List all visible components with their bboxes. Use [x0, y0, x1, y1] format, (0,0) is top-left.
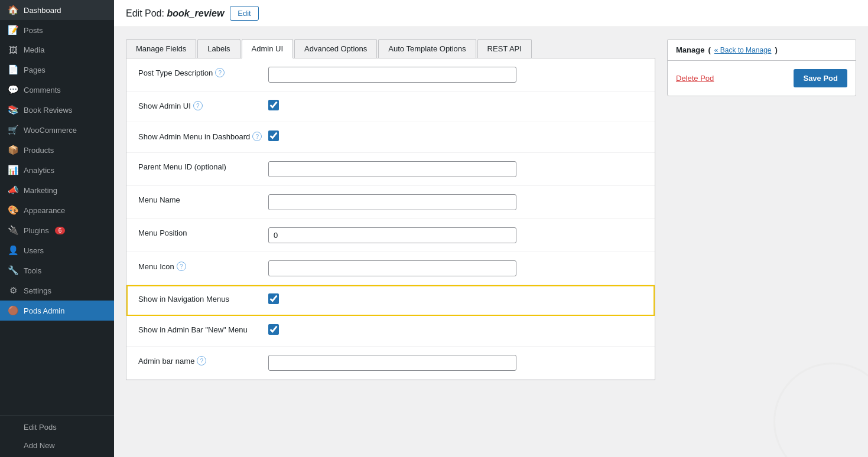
- form-panel: Post Type Description?Show Admin UI?Show…: [126, 58, 655, 380]
- sidebar-item-users[interactable]: 👤 Users: [0, 240, 114, 260]
- sidebar-footer-add-new-label: Add New: [24, 441, 55, 450]
- checkbox-show-admin-menu-in-dashboard[interactable]: [268, 130, 279, 141]
- form-row-show-admin-menu-in-dashboard: Show Admin Menu in Dashboard?: [126, 122, 655, 153]
- sidebar-item-posts[interactable]: 📝 Posts: [0, 20, 114, 40]
- sidebar-label-media: Media: [24, 45, 44, 54]
- tab-rest-api[interactable]: REST API: [477, 39, 532, 58]
- edit-button[interactable]: Edit: [230, 6, 258, 21]
- save-pod-button[interactable]: Save Pod: [794, 69, 847, 87]
- sidebar-footer-add-new[interactable]: Add New: [0, 436, 114, 455]
- checkbox-show-in-admin-bar-new-menu[interactable]: [268, 324, 279, 335]
- sidebar-label-pods-admin: Pods Admin: [24, 306, 64, 315]
- sidebar-footer-edit-pods[interactable]: Edit Pods: [0, 418, 114, 436]
- side-panel: Manage (« Back to Manage) Delete Pod Sav…: [667, 39, 856, 445]
- form-label-parent-menu-id: Parent Menu ID (optional): [138, 161, 268, 171]
- form-row-menu-position: Menu Position: [126, 219, 655, 252]
- sidebar-item-book-reviews[interactable]: 📚 Book Reviews: [0, 100, 114, 120]
- sidebar-label-book-reviews: Book Reviews: [24, 106, 72, 115]
- comments-icon: 💬: [7, 84, 19, 95]
- sidebar: 🏠 Dashboard 📝 Posts 🖼 Media 📄 Pages 💬 Co…: [0, 0, 114, 457]
- marketing-icon: 📣: [7, 185, 19, 195]
- form-row-show-in-admin-bar-new-menu: Show in Admin Bar "New" Menu: [126, 316, 655, 347]
- sidebar-item-pages[interactable]: 📄 Pages: [0, 60, 114, 80]
- form-label-admin-bar-name: Admin bar name?: [138, 355, 268, 365]
- sidebar-item-plugins[interactable]: 🔌 Plugins 6: [0, 220, 114, 240]
- manage-box: Manage (« Back to Manage) Delete Pod Sav…: [667, 39, 856, 96]
- sidebar-item-woocommerce[interactable]: 🛒 WooCommerce: [0, 120, 114, 140]
- sidebar-label-users: Users: [24, 246, 44, 255]
- sidebar-item-products[interactable]: 📦 Products: [0, 140, 114, 160]
- sidebar-item-settings[interactable]: ⚙ Settings: [0, 280, 114, 301]
- pod-name: book_review: [167, 8, 224, 18]
- products-icon: 📦: [7, 145, 19, 155]
- tab-auto-template-options[interactable]: Auto Template Options: [378, 39, 476, 58]
- form-row-show-in-navigation-menus: Show in Navigation Menus: [126, 285, 655, 316]
- form-label-show-admin-ui: Show Admin UI?: [138, 100, 268, 110]
- form-label-show-admin-menu-in-dashboard: Show Admin Menu in Dashboard?: [138, 130, 268, 141]
- plugins-badge: 6: [55, 227, 66, 234]
- woocommerce-icon: 🛒: [7, 125, 19, 135]
- settings-icon: ⚙: [7, 285, 19, 296]
- form-control-post-type-description: [268, 67, 643, 83]
- help-icon-post-type-description[interactable]: ?: [215, 68, 225, 77]
- analytics-icon: 📊: [7, 165, 19, 175]
- tab-advanced-options[interactable]: Advanced Options: [294, 39, 377, 58]
- sidebar-label-woocommerce: WooCommerce: [24, 126, 77, 135]
- book-reviews-icon: 📚: [7, 105, 19, 115]
- tools-icon: 🔧: [7, 265, 19, 276]
- back-to-manage-link[interactable]: « Back to Manage: [714, 46, 772, 54]
- sidebar-item-media[interactable]: 🖼 Media: [0, 40, 114, 60]
- form-control-show-in-admin-bar-new-menu: [268, 324, 643, 337]
- sidebar-label-posts: Posts: [24, 26, 43, 35]
- tab-admin-ui[interactable]: Admin UI: [242, 39, 293, 58]
- input-parent-menu-id[interactable]: [268, 161, 516, 177]
- input-menu-position[interactable]: [268, 227, 516, 243]
- input-menu-icon[interactable]: [268, 260, 516, 276]
- manage-label: Manage: [676, 45, 704, 54]
- checkbox-show-admin-ui[interactable]: [268, 100, 279, 110]
- help-icon-show-admin-ui[interactable]: ?: [193, 101, 203, 110]
- help-icon-menu-icon[interactable]: ?: [177, 262, 186, 271]
- form-control-menu-icon: [268, 260, 643, 276]
- sidebar-item-appearance[interactable]: 🎨 Appearance: [0, 200, 114, 220]
- sidebar-label-tools: Tools: [24, 266, 41, 275]
- tabs-and-form: Manage FieldsLabelsAdmin UIAdvanced Opti…: [126, 39, 655, 445]
- appearance-icon: 🎨: [7, 205, 19, 216]
- form-control-menu-name: [268, 194, 643, 210]
- back-link-paren-close: ): [775, 45, 777, 54]
- form-control-parent-menu-id: [268, 161, 643, 177]
- posts-icon: 📝: [7, 25, 19, 35]
- form-row-show-admin-ui: Show Admin UI?: [126, 92, 655, 122]
- input-menu-name[interactable]: [268, 194, 516, 210]
- sidebar-label-marketing: Marketing: [24, 186, 57, 195]
- form-label-post-type-description: Post Type Description?: [138, 67, 268, 77]
- sidebar-label-pages: Pages: [24, 66, 45, 74]
- sidebar-item-analytics[interactable]: 📊 Analytics: [0, 160, 114, 180]
- delete-pod-link[interactable]: Delete Pod: [676, 74, 714, 83]
- checkbox-show-in-navigation-menus[interactable]: [268, 293, 279, 304]
- tab-labels[interactable]: Labels: [197, 39, 240, 58]
- form-control-show-in-navigation-menus: [268, 293, 643, 306]
- form-row-admin-bar-name: Admin bar name?: [126, 347, 655, 380]
- sidebar-item-dashboard[interactable]: 🏠 Dashboard: [0, 0, 114, 20]
- sidebar-item-comments[interactable]: 💬 Comments: [0, 80, 114, 100]
- pages-icon: 📄: [7, 64, 19, 75]
- tab-manage-fields[interactable]: Manage Fields: [126, 39, 196, 58]
- page-title: Edit Pod: book_review: [126, 8, 224, 19]
- input-admin-bar-name[interactable]: [268, 355, 516, 371]
- help-icon-admin-bar-name[interactable]: ?: [197, 356, 206, 365]
- form-row-post-type-description: Post Type Description?: [126, 58, 655, 92]
- pods-admin-icon: 🟤: [7, 305, 19, 316]
- sidebar-footer-edit-pods-label: Edit Pods: [24, 423, 57, 432]
- sidebar-item-pods-admin[interactable]: 🟤 Pods Admin: [0, 301, 114, 321]
- sidebar-item-marketing[interactable]: 📣 Marketing: [0, 180, 114, 200]
- sidebar-item-tools[interactable]: 🔧 Tools: [0, 260, 114, 280]
- sidebar-footer: Edit Pods Add New: [0, 415, 114, 457]
- form-label-menu-name: Menu Name: [138, 194, 268, 204]
- form-control-show-admin-ui: [268, 100, 643, 112]
- content-area: Manage FieldsLabelsAdmin UIAdvanced Opti…: [114, 27, 868, 457]
- help-icon-show-admin-menu-in-dashboard[interactable]: ?: [252, 132, 262, 141]
- input-post-type-description[interactable]: [268, 67, 516, 83]
- sidebar-label-products: Products: [24, 146, 54, 155]
- form-control-menu-position: [268, 227, 643, 243]
